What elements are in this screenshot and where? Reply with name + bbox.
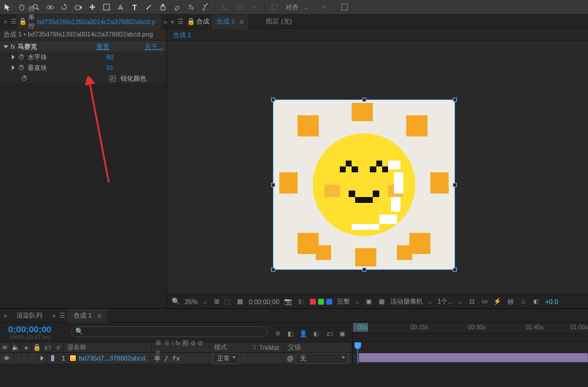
layer-name[interactable]: bd735d7...378802abcd.png — [79, 355, 146, 362]
fx-badge-icon[interactable]: fx — [11, 44, 15, 50]
layer-twirl-icon[interactable] — [41, 356, 44, 361]
sharpen-checkbox[interactable]: ✓ — [109, 75, 116, 82]
mode-col[interactable]: 模式 — [211, 342, 249, 352]
solo-toggle[interactable] — [22, 353, 29, 363]
label-swatch[interactable] — [51, 355, 54, 361]
expand-bounds-icon[interactable] — [339, 2, 350, 12]
effect-twirl-icon[interactable] — [4, 45, 8, 48]
snapping-extend-icon[interactable]: ✧ — [319, 2, 329, 12]
zoom-dropdown-icon[interactable]: ⌄ — [202, 298, 208, 305]
source-name-col[interactable]: 源名称 — [64, 342, 152, 352]
text-tool[interactable]: T — [129, 2, 140, 12]
param-v-value[interactable]: 51 — [106, 64, 113, 71]
pixel-aspect-icon[interactable]: ▭ — [480, 298, 489, 306]
pan-behind-tool[interactable] — [87, 2, 98, 12]
video-toggle[interactable]: 👁 — [0, 353, 14, 363]
selection-tool[interactable] — [2, 2, 13, 12]
timeline-toggle-icon[interactable]: ▤ — [506, 298, 514, 306]
stopwatch-icon[interactable]: ⏱ — [17, 53, 25, 61]
bounds-icon[interactable]: ⬚ — [223, 298, 231, 306]
switches-col[interactable]: 单 ※ \ fx 图 ⊘ ⊘ ⊙ — [152, 342, 211, 352]
shape-tool[interactable] — [101, 2, 112, 12]
shy-toggle-icon[interactable]: 👤 — [299, 330, 308, 338]
snap-options-icon[interactable]: ⌄ — [303, 4, 309, 11]
orbit-camera-tool[interactable] — [45, 2, 55, 12]
pickwhip-icon[interactable]: @ — [287, 355, 293, 362]
snapshot-icon[interactable]: 📷 — [284, 298, 292, 306]
trkmat-col[interactable]: TrkMat — [259, 344, 279, 351]
exposure-value[interactable]: +0.0 — [545, 298, 558, 305]
panel-close-x[interactable]: × — [48, 309, 59, 323]
parent-dropdown[interactable]: 无 — [296, 353, 348, 364]
resolution-dropdown[interactable]: 完整 — [337, 297, 350, 306]
local-axis-icon[interactable] — [220, 2, 231, 12]
solo-col-icon[interactable]: ● — [21, 342, 32, 352]
time-ruler[interactable]: :00s 00:15s 00:30s 01:45s 01:00s — [353, 323, 588, 333]
param-h-value[interactable]: 80 — [106, 54, 113, 61]
show-snapshot-icon[interactable]: ◧ — [297, 298, 305, 306]
draft-3d-icon[interactable]: ◧ — [286, 330, 295, 338]
zoom-level[interactable]: 25% — [185, 298, 198, 305]
param-twirl-icon[interactable] — [12, 55, 15, 59]
panel-menu-icon[interactable]: ☰ — [178, 18, 186, 26]
effect-reset-link[interactable]: 重置 — [96, 42, 109, 51]
render-queue-tab[interactable]: 渲染队列 — [11, 309, 48, 323]
resize-handle[interactable] — [453, 98, 457, 102]
magnify-icon[interactable]: 🔍 — [172, 298, 180, 306]
viewer-comp-tab[interactable]: 合成 1 ≡ — [212, 15, 248, 29]
camera-dropdown[interactable]: 活动摄像机 — [390, 297, 423, 306]
layer-row[interactable]: 👁 1 bd735d7...378802abcd.png 单 / fx 正常 @… — [0, 353, 352, 363]
parent-col[interactable]: 父级 — [285, 342, 352, 352]
channel-blue-icon[interactable] — [326, 299, 332, 305]
audio-col-icon[interactable]: 🔈 — [11, 342, 21, 352]
resize-handle[interactable] — [362, 98, 366, 102]
reset-exposure-icon[interactable]: ◐ — [532, 298, 540, 306]
resolution-icon[interactable]: ⊞ — [212, 298, 220, 306]
resize-handle[interactable] — [271, 268, 275, 272]
motion-blur-icon[interactable]: 🏷 — [325, 330, 333, 338]
tab-options-icon[interactable]: ≡ — [240, 18, 243, 25]
video-col-icon[interactable]: 👁 — [0, 342, 11, 352]
search-input[interactable]: 🔍 — [71, 326, 268, 337]
view-axis-icon[interactable] — [249, 2, 259, 12]
viewer-timecode[interactable]: 0;00;00;00 — [249, 298, 279, 305]
layer-selection-bounds[interactable] — [273, 99, 455, 270]
viewer-breadcrumb[interactable]: 合成 1 — [173, 31, 191, 38]
frame-blend-icon[interactable]: ◐ — [312, 330, 320, 338]
resize-handle[interactable] — [453, 183, 457, 187]
panel-close-x[interactable]: × — [167, 15, 178, 29]
comp-mini-flowchart-icon[interactable]: ❊ — [273, 330, 282, 338]
mask-toggle-icon[interactable]: ▦ — [236, 298, 244, 306]
resize-handle[interactable] — [271, 183, 275, 187]
brush-tool[interactable] — [143, 2, 154, 12]
timeline-comp-tab[interactable]: 合成 1≡ — [68, 309, 108, 323]
channel-green-icon[interactable] — [318, 299, 324, 305]
flowchart-icon[interactable]: ♨ — [519, 298, 527, 306]
index-col[interactable]: # — [53, 342, 64, 352]
viewer-canvas-area[interactable] — [167, 41, 588, 294]
mode-dropdown[interactable]: 正常 — [213, 353, 239, 364]
resize-handle[interactable] — [362, 268, 366, 272]
effect-name[interactable]: 马赛克 — [18, 42, 37, 51]
clone-stamp-tool[interactable] — [158, 2, 168, 12]
effects-tab[interactable]: 🔒 效果控件 bd735d76fa1392a0014c2a378802abcd.… — [16, 15, 161, 29]
world-axis-icon[interactable] — [235, 2, 245, 12]
eraser-tool[interactable] — [172, 2, 182, 12]
lock-col-icon[interactable]: 🔒 — [32, 342, 42, 352]
stopwatch-icon[interactable]: ⏱ — [20, 74, 28, 82]
puppet-tool[interactable] — [200, 2, 211, 12]
pen-tool[interactable] — [115, 2, 126, 12]
panel-menu-icon[interactable]: ☰ — [11, 18, 16, 26]
stopwatch-icon[interactable]: ⏱ — [17, 64, 25, 72]
camera-tool[interactable] — [73, 2, 83, 12]
panel-close-x[interactable]: × — [0, 309, 11, 323]
rotate-tool[interactable] — [59, 2, 69, 12]
current-timecode[interactable]: 0;00;00;00 — [0, 323, 59, 334]
layer-tab-label[interactable]: 图层 — [266, 17, 279, 26]
transparency-grid-icon[interactable]: ▦ — [377, 298, 386, 306]
fast-preview-icon[interactable]: ⚡ — [493, 298, 502, 306]
resize-handle[interactable] — [453, 268, 457, 272]
hand-tool[interactable] — [16, 2, 27, 12]
roto-brush-tool[interactable] — [186, 2, 196, 12]
audio-toggle[interactable] — [14, 353, 22, 363]
